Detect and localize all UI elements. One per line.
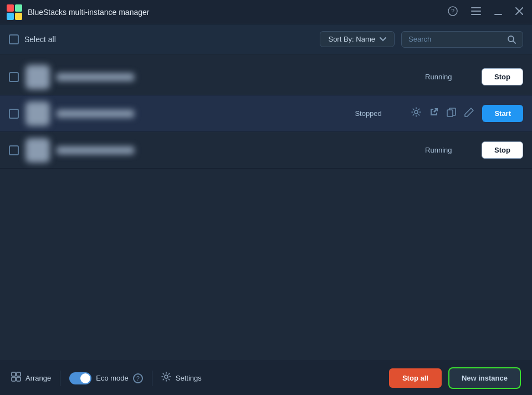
- instance-name: [57, 110, 134, 118]
- instance-row: Running Stop: [0, 59, 532, 95]
- svg-rect-0: [7, 4, 14, 12]
- sort-by-label: Sort By: Name: [328, 35, 375, 43]
- svg-point-20: [165, 375, 168, 378]
- svg-rect-16: [12, 372, 16, 376]
- instance-actions: Stop: [482, 68, 523, 85]
- svg-rect-19: [17, 377, 21, 381]
- new-instance-button[interactable]: New instance: [448, 367, 521, 389]
- footer-right: Stop all New instance: [389, 367, 521, 389]
- stop-button[interactable]: Stop: [482, 141, 523, 159]
- svg-point-14: [415, 110, 418, 114]
- instance-status: Running: [425, 146, 475, 154]
- search-box[interactable]: [401, 31, 523, 48]
- arrange-label: Arrange: [25, 374, 51, 382]
- eco-mode-label: Eco mode: [96, 374, 129, 382]
- instance-checkbox[interactable]: [9, 109, 19, 119]
- eco-mode-help-icon[interactable]: ?: [133, 373, 143, 383]
- instance-row: Stopped: [0, 95, 532, 132]
- arrange-icon: [11, 372, 21, 384]
- start-button[interactable]: Start: [482, 105, 523, 122]
- svg-rect-2: [7, 13, 14, 20]
- svg-line-13: [513, 41, 515, 43]
- search-input[interactable]: [408, 35, 503, 43]
- svg-rect-17: [17, 372, 21, 376]
- instance-actions: Start: [411, 105, 523, 122]
- title-bar: BlueStacks multi-instance manager ?: [0, 0, 532, 24]
- open-icon[interactable]: [429, 107, 439, 120]
- svg-rect-1: [15, 4, 22, 12]
- svg-rect-18: [12, 377, 16, 381]
- svg-rect-9: [494, 14, 502, 15]
- app-logo: [7, 4, 22, 20]
- footer: Arrange Eco mode ? Settings Stop all New…: [0, 361, 532, 395]
- instances-list: Running Stop Stopped: [0, 54, 532, 361]
- svg-rect-7: [471, 11, 481, 12]
- svg-rect-15: [447, 110, 453, 117]
- settings-label: Settings: [176, 374, 202, 382]
- instance-name-area: [57, 110, 348, 118]
- sort-by-button[interactable]: Sort By: Name: [320, 31, 395, 47]
- select-all-checkbox[interactable]: [9, 34, 19, 44]
- eco-mode-toggle[interactable]: [69, 372, 91, 384]
- instance-name-area: [57, 73, 418, 81]
- instance-name: [57, 73, 134, 81]
- svg-rect-6: [471, 7, 481, 8]
- close-button[interactable]: [513, 5, 525, 19]
- menu-button[interactable]: [469, 5, 483, 19]
- stop-all-button[interactable]: Stop all: [389, 368, 442, 388]
- instance-row: Running Stop: [0, 132, 532, 169]
- arrange-item[interactable]: Arrange: [11, 372, 60, 384]
- instance-actions: Stop: [482, 141, 523, 159]
- instance-avatar: [25, 102, 50, 126]
- svg-rect-8: [471, 14, 481, 15]
- settings-item[interactable]: Settings: [152, 372, 211, 384]
- instance-avatar: [25, 138, 50, 163]
- select-all-area[interactable]: Select all: [9, 34, 313, 44]
- stop-button[interactable]: Stop: [482, 68, 523, 85]
- clone-icon[interactable]: [447, 107, 457, 120]
- settings-icon[interactable]: [411, 107, 421, 120]
- window-controls: ?: [446, 4, 525, 20]
- help-button[interactable]: ?: [446, 4, 460, 20]
- instance-checkbox[interactable]: [9, 145, 19, 155]
- eco-mode-item[interactable]: Eco mode ?: [60, 372, 152, 384]
- instance-checkbox[interactable]: [9, 72, 19, 82]
- search-icon: [507, 35, 516, 44]
- toggle-thumb: [80, 373, 90, 383]
- toolbar: Select all Sort By: Name: [0, 24, 532, 54]
- select-all-label: Select all: [24, 35, 56, 44]
- settings-icon: [161, 372, 171, 384]
- svg-rect-3: [15, 13, 22, 20]
- edit-icon[interactable]: [464, 107, 474, 120]
- app-title: BlueStacks multi-instance manager: [28, 8, 446, 17]
- instance-name-area: [57, 146, 418, 154]
- instance-status: Running: [425, 73, 475, 81]
- instance-name: [57, 146, 134, 154]
- instance-status: Stopped: [355, 109, 405, 118]
- minimize-button[interactable]: [492, 6, 504, 19]
- instance-avatar: [25, 65, 50, 89]
- svg-text:?: ?: [451, 8, 454, 14]
- chevron-down-icon: [380, 37, 386, 42]
